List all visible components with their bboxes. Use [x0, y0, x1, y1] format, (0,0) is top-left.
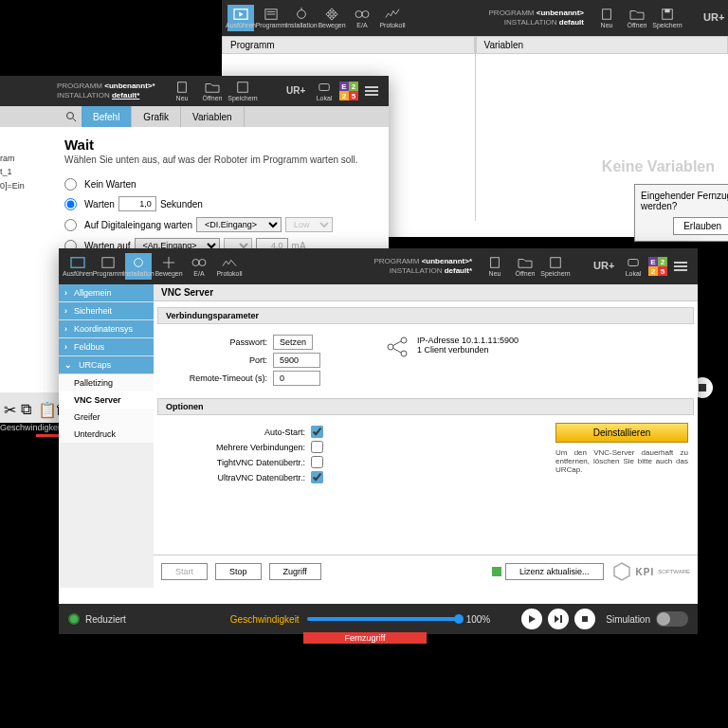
uninstall-button[interactable]: Deinstallieren: [555, 423, 688, 443]
open-icon[interactable]: Öffnen: [624, 5, 650, 31]
save-icon[interactable]: Speichern: [229, 78, 256, 104]
status-dot-icon[interactable]: [68, 613, 80, 625]
programm-icon[interactable]: Programm: [258, 5, 284, 31]
side-vnc[interactable]: VNC Server: [59, 391, 154, 409]
ultra-check[interactable]: [311, 471, 323, 483]
open-icon[interactable]: Öffnen: [199, 78, 226, 104]
autostart-check[interactable]: [311, 426, 323, 438]
uninstall-hint: Um den VNC-Server dauerhaft zu entfernen…: [555, 448, 688, 474]
ea-icon[interactable]: E/A: [186, 253, 212, 280]
wait-subtitle: Wählen Sie unten aus, auf was der Robote…: [64, 155, 375, 165]
copy-icon[interactable]: ⧉: [21, 401, 34, 414]
ea-icon[interactable]: E/A: [349, 5, 375, 31]
section-connection: Verbindungsparameter: [157, 307, 694, 324]
stop-button[interactable]: [574, 609, 595, 629]
status-text: Reduziert: [85, 614, 126, 625]
svg-rect-13: [238, 82, 248, 93]
tab-befehl[interactable]: Befehl: [82, 106, 132, 127]
ur-icon[interactable]: UR+: [593, 258, 618, 275]
side-greifer[interactable]: Greifer: [59, 409, 154, 426]
ur-icon[interactable]: UR+: [701, 9, 724, 27]
side-feldbus[interactable]: Feldbus: [59, 338, 154, 356]
search-icon[interactable]: [61, 106, 82, 127]
allow-button[interactable]: Erlauben: [673, 217, 728, 235]
e-series-logo: E225: [648, 257, 667, 276]
open-icon[interactable]: Öffnen: [512, 253, 538, 280]
installation-icon[interactable]: Installation: [288, 5, 315, 31]
new-icon[interactable]: Neu: [169, 78, 195, 104]
kpi-logo: KPISOFTWARE: [611, 561, 690, 582]
move-icon[interactable]: Bewegen: [155, 253, 182, 280]
di-select[interactable]: <DI.Eingang>: [196, 217, 282, 232]
log-icon[interactable]: Protokoll: [216, 253, 243, 280]
svg-rect-12: [178, 82, 187, 93]
svg-rect-26: [491, 258, 500, 268]
run-icon[interactable]: Ausführen: [64, 253, 91, 280]
speed-label-small: Geschwindigkeit: [0, 423, 63, 432]
side-unterdruck[interactable]: Unterdruck: [59, 426, 154, 443]
svg-rect-15: [319, 84, 330, 91]
set-password-button[interactable]: Setzen: [273, 335, 313, 350]
svg-point-19: [67, 113, 74, 119]
svg-point-4: [298, 10, 306, 19]
move-icon[interactable]: Bewegen: [318, 5, 345, 31]
save-icon[interactable]: Speichern: [542, 253, 569, 280]
multi-conn-check[interactable]: [311, 441, 323, 453]
paste-icon[interactable]: 📋: [38, 401, 51, 414]
timeout-input[interactable]: [273, 371, 320, 386]
radio-no-wait[interactable]: [64, 178, 77, 191]
svg-line-37: [392, 348, 401, 353]
radio-wait-seconds[interactable]: [64, 198, 77, 210]
new-icon[interactable]: Neu: [482, 253, 508, 280]
save-icon[interactable]: Speichern: [654, 5, 681, 31]
tab-variablen[interactable]: Variablen: [181, 106, 245, 127]
tab-grafik[interactable]: Grafik: [132, 106, 181, 127]
wait-seconds-input[interactable]: [118, 196, 156, 211]
panel-title: VNC Server: [154, 284, 698, 301]
stop-button[interactable]: Stop: [215, 563, 262, 580]
log-icon[interactable]: Protokoll: [379, 5, 406, 31]
radio-digital-input[interactable]: [64, 219, 77, 231]
play-button[interactable]: [521, 609, 542, 629]
svg-point-23: [135, 259, 143, 267]
speed-slider[interactable]: [307, 617, 459, 621]
toolbar-b: PROGRAMM <unbenannt>*INSTALLATION defaul…: [0, 76, 389, 106]
ur-icon[interactable]: UR+: [286, 83, 309, 99]
simulation-toggle[interactable]: [656, 611, 688, 627]
program-tree: ram t_1 0]=Ein: [0, 152, 25, 192]
menu-icon[interactable]: [667, 253, 694, 280]
cut-icon[interactable]: ✂: [4, 401, 17, 414]
step-button[interactable]: [548, 609, 569, 629]
tab-strip: Befehl Grafik Variablen: [0, 106, 389, 127]
client-count-label: 1 Client verbunden: [417, 345, 519, 355]
svg-point-25: [199, 260, 206, 266]
di-level-select[interactable]: Low: [285, 217, 333, 232]
speed-label: Geschwindigkeit: [230, 614, 300, 625]
share-icon: [385, 336, 411, 358]
installation-icon[interactable]: Installation: [125, 253, 152, 280]
svg-point-34: [401, 337, 407, 343]
ip-address-label: IP-Adresse 10.1.1.11:5900: [417, 336, 519, 345]
svg-point-7: [362, 11, 369, 18]
simulation-label: Simulation: [606, 614, 650, 625]
side-urcaps[interactable]: URCaps: [59, 356, 154, 374]
no-variables-label: Keine Variablen: [476, 54, 729, 175]
tight-check[interactable]: [311, 456, 323, 468]
side-palletizing[interactable]: Palletizing: [59, 374, 154, 391]
svg-text:UR+: UR+: [703, 11, 724, 23]
license-button[interactable]: Lizenz aktualisie...: [505, 563, 604, 580]
svg-rect-22: [102, 258, 114, 268]
run-icon[interactable]: Ausführen: [228, 5, 254, 31]
side-allgemein[interactable]: Allgemein: [59, 284, 154, 302]
access-button[interactable]: Zugriff: [269, 563, 321, 580]
lokal-icon[interactable]: Lokal: [620, 253, 646, 280]
connection-dialog: Eingehender Fernzugriff, wie soll die Ve…: [634, 184, 728, 242]
start-button[interactable]: Start: [161, 563, 208, 580]
programm-icon[interactable]: Programm: [95, 253, 121, 280]
new-icon[interactable]: Neu: [593, 5, 620, 31]
side-koord[interactable]: Koordinatensys: [59, 320, 154, 338]
menu-icon[interactable]: [358, 78, 385, 104]
lokal-icon[interactable]: Lokal: [311, 78, 337, 104]
side-sicherheit[interactable]: Sicherheit: [59, 302, 154, 320]
port-input[interactable]: [273, 353, 320, 368]
